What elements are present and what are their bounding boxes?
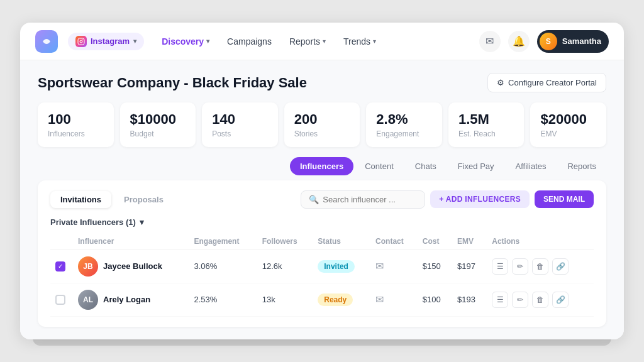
row2-link-icon[interactable]: 🔗 <box>552 292 569 308</box>
stat-emv: $20000 EMV <box>530 102 606 146</box>
tab-content[interactable]: Content <box>355 157 404 175</box>
section-label[interactable]: Private Influencers (1) ▾ <box>50 217 594 227</box>
stat-influencers: 100 Influencers <box>38 102 114 146</box>
row1-contact: ✉ <box>370 250 418 283</box>
instagram-label: Instagram <box>91 36 130 46</box>
row1-followers: 12.6k <box>257 250 313 283</box>
row1-cost: $150 <box>418 250 452 283</box>
th-check <box>50 233 73 250</box>
section-chevron-icon: ▾ <box>140 217 144 227</box>
trends-chevron-icon: ▾ <box>373 38 376 45</box>
stat-engagement: 2.8% Engagement <box>366 102 442 146</box>
campaign-tabs: Influencers Content Chats Fixed Pay Affi… <box>38 157 606 180</box>
row1-status-badge: Invited <box>318 260 355 273</box>
row2-edit-icon[interactable]: ✏ <box>512 292 528 308</box>
invitations-panel: Invitations Proposals 🔍 + ADD INFLUENCER… <box>38 180 606 327</box>
row2-delete-icon[interactable]: 🗑 <box>532 292 548 308</box>
search-box[interactable]: 🔍 <box>301 190 425 209</box>
tab-affiliates[interactable]: Affiliates <box>506 157 557 175</box>
stat-label-budget: Budget <box>130 129 186 138</box>
row1-engagement: 3.06% <box>189 250 257 283</box>
configure-creator-portal-button[interactable]: ⚙ Configure Creator Portal <box>487 73 606 92</box>
row1-emv: $197 <box>452 250 487 283</box>
th-cost: Cost <box>418 233 452 250</box>
row2-contact: ✉ <box>370 283 418 316</box>
th-engagement: Engagement <box>189 233 257 250</box>
row1-influencer-cell: JB Jaycee Bullock <box>73 250 189 283</box>
table-row: ✓ JB Jaycee Bullock 3.06% 12.6k <box>50 250 594 283</box>
instagram-selector[interactable]: Instagram ▾ <box>68 33 144 50</box>
row2-list-icon[interactable]: ☰ <box>492 292 508 308</box>
row1-delete-icon[interactable]: 🗑 <box>532 258 548 275</box>
tab-proposals[interactable]: Proposals <box>114 191 174 208</box>
search-input[interactable] <box>323 195 417 204</box>
instagram-icon <box>75 36 87 47</box>
tab-invitations[interactable]: Invitations <box>50 191 111 208</box>
tab-chats[interactable]: Chats <box>405 157 447 175</box>
row2-check-cell <box>50 283 73 316</box>
notification-button[interactable]: 🔔 <box>508 31 530 52</box>
row2-avatar: AL <box>78 290 98 310</box>
navbar: Instagram ▾ Discovery ▾ Campaigns Report… <box>20 23 624 60</box>
th-contact: Contact <box>370 233 418 250</box>
svg-point-1 <box>80 40 82 43</box>
stat-label-influencers: Influencers <box>48 129 104 138</box>
row2-status: Ready <box>313 283 370 316</box>
stat-value-posts: 140 <box>212 111 268 128</box>
nav-campaigns[interactable]: Campaigns <box>219 33 279 50</box>
mail-button[interactable]: ✉ <box>479 31 501 52</box>
reports-chevron-icon: ▾ <box>323 38 326 45</box>
nav-trends[interactable]: Trends ▾ <box>336 33 384 50</box>
app-logo[interactable] <box>35 30 58 53</box>
row1-list-icon[interactable]: ☰ <box>492 258 508 275</box>
stat-value-emv: $20000 <box>540 111 596 128</box>
user-name: Samantha <box>562 36 601 46</box>
row2-status-badge: Ready <box>318 293 353 306</box>
panel-header: Invitations Proposals 🔍 + ADD INFLUENCER… <box>50 190 594 209</box>
discovery-chevron-icon: ▾ <box>206 38 209 45</box>
svg-point-2 <box>82 39 84 40</box>
user-menu[interactable]: S Samantha <box>537 30 609 53</box>
influencers-table: Influencer Engagement Followers Status C… <box>50 233 594 317</box>
main-content: Sportswear Company - Black Friday Sale ⚙… <box>20 60 624 339</box>
nav-reports[interactable]: Reports ▾ <box>282 33 333 50</box>
tab-reports[interactable]: Reports <box>557 157 606 175</box>
row1-link-icon[interactable]: 🔗 <box>552 258 569 275</box>
row2-checkbox[interactable] <box>55 295 65 305</box>
table-header-row: Influencer Engagement Followers Status C… <box>50 233 594 250</box>
row2-actions: ☰ ✏ 🗑 🔗 <box>487 283 594 316</box>
row1-edit-icon[interactable]: ✏ <box>512 258 528 275</box>
stat-stories: 200 Stories <box>284 102 360 146</box>
stat-label-engagement: Engagement <box>376 129 432 138</box>
row2-engagement: 2.53% <box>189 283 257 316</box>
gear-icon: ⚙ <box>497 78 504 87</box>
send-mail-button[interactable]: SEND MAIL <box>535 190 594 208</box>
stat-budget: $10000 Budget <box>120 102 196 146</box>
th-emv: EMV <box>452 233 487 250</box>
add-influencers-button[interactable]: + ADD INFLUENCERS <box>430 190 530 208</box>
stat-value-influencers: 100 <box>48 111 104 128</box>
row1-mail-icon[interactable]: ✉ <box>375 261 384 272</box>
row2-name: Arely Logan <box>103 295 150 304</box>
stat-label-posts: Posts <box>212 129 268 138</box>
row1-checkbox[interactable]: ✓ <box>55 261 65 272</box>
nav-discovery[interactable]: Discovery ▾ <box>154 33 217 50</box>
row2-mail-icon[interactable]: ✉ <box>375 294 384 305</box>
tab-fixed-pay[interactable]: Fixed Pay <box>448 157 504 175</box>
page-header: Sportswear Company - Black Friday Sale ⚙… <box>38 73 606 92</box>
table-row: AL Arely Logan 2.53% 13k Ready ✉ <box>50 283 594 316</box>
stat-value-reach: 1.5M <box>458 111 514 128</box>
svg-rect-0 <box>78 38 84 45</box>
th-followers: Followers <box>257 233 313 250</box>
nav-right: ✉ 🔔 S Samantha <box>479 30 609 53</box>
instagram-chevron-icon: ▾ <box>133 38 136 45</box>
tab-influencers[interactable]: Influencers <box>290 157 353 175</box>
row1-avatar: JB <box>78 256 98 277</box>
row1-check-cell: ✓ <box>50 250 73 283</box>
th-influencer: Influencer <box>73 233 189 250</box>
row2-followers: 13k <box>257 283 313 316</box>
row2-influencer-cell: AL Arely Logan <box>73 283 189 316</box>
stat-value-budget: $10000 <box>130 111 186 128</box>
row1-actions: ☰ ✏ 🗑 🔗 <box>487 250 594 283</box>
stat-value-stories: 200 <box>294 111 350 128</box>
